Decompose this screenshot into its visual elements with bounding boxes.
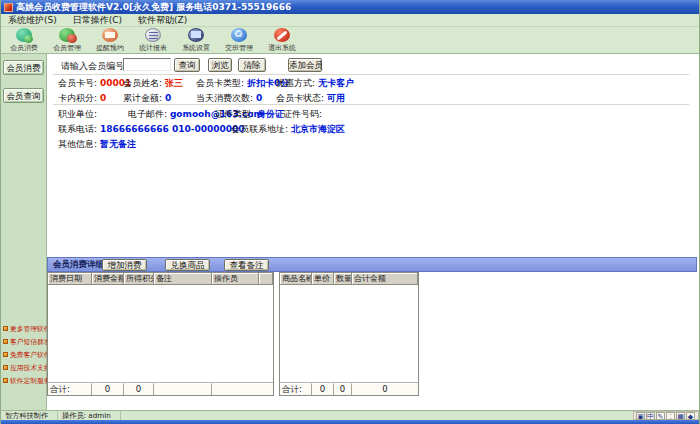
col-goods-name: 商品名称 — [280, 273, 312, 285]
view-remark-button[interactable]: 查看备注 — [224, 259, 269, 271]
field-discount-mode: 优惠方式: 无卡客户 — [276, 77, 354, 90]
col-earned-points: 所得积分 — [124, 273, 154, 285]
card-status-value: 可用 — [327, 93, 345, 103]
add-member-button[interactable]: 添加会员 — [288, 58, 322, 72]
bullet-icon — [3, 378, 8, 383]
status-bar: 智方科技制作 操作员: admin ▣ 中 ✎ ⁚ ▦ ◆ — [1, 410, 699, 420]
field-phone: 联系电话: 18666666666 010-00000000 — [58, 123, 245, 136]
goods-total-price: 0 — [312, 383, 334, 395]
window-title: 高姚会员收费管理软件V2.0[永久免费] 服务电话0371-55519666 — [16, 1, 291, 14]
goods-table-footer: 合计: 0 0 0 — [280, 383, 418, 395]
main-area: 请输入会员编号或姓名 查询 浏览 清除 添加会员 会员卡号: 00001 会员姓… — [47, 54, 699, 410]
member-name-value: 张三 — [165, 78, 183, 88]
system-tray: ▣ 中 ✎ ⁚ ▦ ◆ — [633, 411, 699, 420]
col-remark: 备注 — [154, 273, 212, 285]
toolbar-settings[interactable]: 系统设置 — [178, 27, 214, 53]
menu-daily-operation[interactable]: 日常操作(C) — [73, 14, 122, 27]
clear-button[interactable]: 清除 — [238, 58, 266, 72]
bullet-icon — [3, 326, 8, 331]
goods-total-qty: 0 — [334, 383, 352, 395]
toolbar-member-spend[interactable]: 会员消费 — [6, 27, 42, 53]
today-count-value: 0 — [256, 93, 262, 103]
toolbar-exit[interactable]: 退出系统 — [264, 27, 300, 53]
discount-mode-value: 无卡客户 — [318, 78, 354, 88]
exit-icon — [274, 28, 290, 42]
title-bar: 高姚会员收费管理软件V2.0[永久免费] 服务电话0371-55519666 — [1, 0, 699, 14]
field-address: 会员联系地址: 北京市海淀区 — [231, 123, 345, 136]
total-amount-value: 0 — [165, 93, 171, 103]
tray-options-icon[interactable]: ◆ — [686, 412, 695, 420]
report-icon — [145, 28, 161, 42]
goods-table: 商品名称 单价 数量 合计金额 合计: 0 0 0 — [279, 272, 419, 396]
bullet-icon — [3, 339, 8, 344]
operator-value: admin — [88, 411, 111, 419]
settings-icon — [188, 28, 204, 42]
shift-icon — [231, 28, 247, 42]
consume-table-body[interactable] — [48, 285, 273, 383]
toolbar: 会员消费 会员管理 提醒预约 统计报表 系统设置 交班管理 退出系统 — [1, 27, 699, 54]
taskbar-strip — [1, 420, 699, 424]
field-id-number: 证件号码: — [283, 108, 322, 121]
field-member-name: 会员姓名: 张三 — [123, 77, 183, 90]
status-maker: 智方科技制作 — [1, 411, 58, 420]
reminder-icon — [102, 28, 118, 42]
field-card-no: 会员卡号: 00001 — [58, 77, 131, 90]
points-value: 0 — [100, 93, 106, 103]
bullet-icon — [3, 365, 8, 370]
other-info-value: 暂无备注 — [100, 139, 136, 149]
browse-button[interactable]: 浏览 — [208, 58, 232, 72]
consume-table: 消费日期 消费金额 所得积分 备注 操作员 合计: 0 0 — [47, 272, 274, 396]
detail-bar: 会员消费详细列表 增加消费 兑换商品 查看备注 — [47, 257, 697, 272]
consume-table-header: 消费日期 消费金额 所得积分 备注 操作员 — [48, 273, 273, 285]
consume-total-points: 0 — [124, 383, 154, 395]
col-quantity: 数量 — [334, 273, 352, 285]
field-work-unit: 职业单位: — [58, 108, 97, 121]
sidebar-member-query-button[interactable]: 会员查询 — [3, 88, 44, 103]
menu-software-help[interactable]: 软件帮助(Z) — [138, 14, 187, 27]
col-unit-price: 单价 — [312, 273, 334, 285]
query-button[interactable]: 查询 — [174, 58, 200, 72]
col-operator: 操作员 — [212, 273, 259, 285]
tray-ime-icon[interactable]: 中 — [646, 412, 655, 420]
col-consume-date: 消费日期 — [48, 273, 92, 285]
consume-total-amount: 0 — [92, 383, 124, 395]
col-total-money: 合计金额 — [352, 273, 418, 285]
app-icon — [4, 3, 13, 12]
toolbar-member-manage[interactable]: 会员管理 — [49, 27, 85, 53]
col-spacer — [259, 273, 273, 285]
consume-table-footer: 合计: 0 0 — [48, 383, 273, 395]
col-consume-amount: 消费金额 — [92, 273, 124, 285]
status-operator: 操作员: admin — [58, 411, 121, 420]
goods-table-body[interactable] — [280, 285, 418, 383]
consume-total-label: 合计: — [48, 383, 92, 395]
toolbar-shift[interactable]: 交班管理 — [221, 27, 257, 53]
exchange-goods-button[interactable]: 兑换商品 — [165, 259, 210, 271]
id-type-value: 身份证 — [257, 109, 284, 119]
toolbar-report[interactable]: 统计报表 — [135, 27, 171, 53]
tray-keyboard-icon[interactable]: ▦ — [676, 412, 685, 420]
address-value: 北京市海淀区 — [291, 124, 345, 134]
member-search-input[interactable] — [123, 58, 171, 71]
goods-total-label: 合计: — [280, 383, 312, 395]
app-window: 高姚会员收费管理软件V2.0[永久免费] 服务电话0371-55519666 系… — [0, 0, 700, 424]
toolbar-reminder[interactable]: 提醒预约 — [92, 27, 128, 53]
member-spend-icon — [16, 28, 32, 42]
tray-caps-icon[interactable]: ⁚ — [666, 412, 675, 420]
menu-system-maintenance[interactable]: 系统维护(S) — [8, 14, 57, 27]
field-id-type: 证件类型: 身份证 — [215, 108, 284, 121]
tray-language-icon[interactable]: ▣ — [636, 412, 645, 420]
goods-table-header: 商品名称 单价 数量 合计金额 — [280, 273, 418, 285]
tray-pen-icon[interactable]: ✎ — [656, 412, 665, 420]
field-other-info: 其他信息: 暂无备注 — [58, 138, 136, 151]
sidebar: 会员消费 会员查询 更多管理软件 客户短信群发 免费客户软件 应用技术支持 软件… — [1, 54, 47, 410]
bullet-icon — [3, 352, 8, 357]
add-consume-button[interactable]: 增加消费 — [102, 259, 147, 271]
member-manage-icon — [59, 28, 75, 42]
phone-value: 18666666666 010-00000000 — [100, 124, 245, 134]
goods-total-money: 0 — [352, 383, 418, 395]
sidebar-member-spend-button[interactable]: 会员消费 — [3, 60, 44, 75]
menu-bar: 系统维护(S) 日常操作(C) 软件帮助(Z) — [1, 14, 699, 27]
